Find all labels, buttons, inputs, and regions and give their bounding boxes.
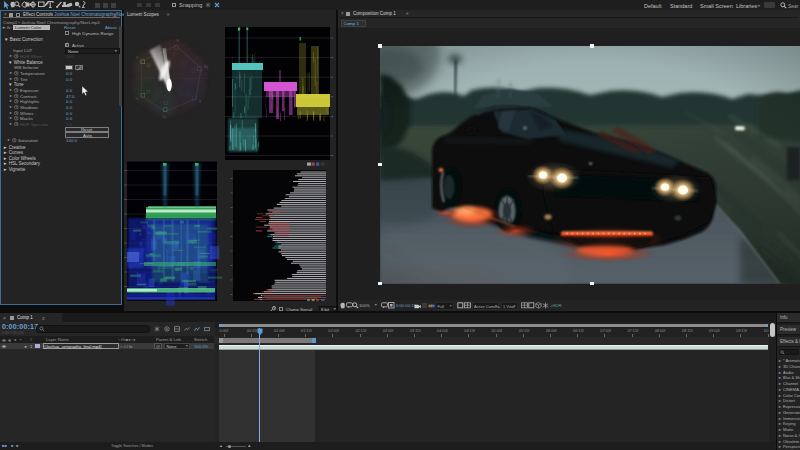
svg-text:Mg: Mg <box>204 65 208 69</box>
svg-text:Cy: Cy <box>162 115 166 119</box>
svg-text:B: B <box>199 100 201 104</box>
svg-text:Yl: Yl <box>135 56 138 60</box>
